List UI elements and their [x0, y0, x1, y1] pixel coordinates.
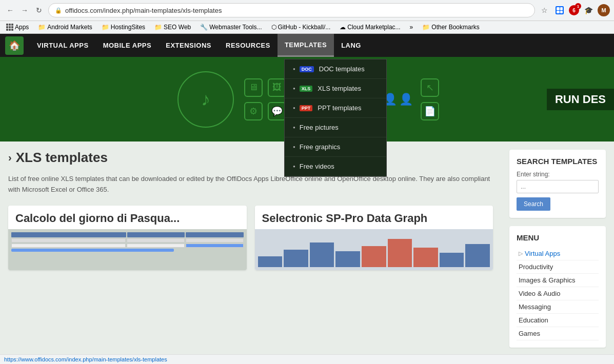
menu-item-label-video: Video & Audio [519, 290, 560, 297]
nav-resources[interactable]: RESOURCES [219, 34, 278, 57]
thumb-progress [11, 249, 174, 252]
nav-lang[interactable]: LANG [334, 34, 368, 57]
template-card-2[interactable]: Selectronic SP-Pro Data Graph [255, 206, 493, 270]
bookmark-label-2: HostingSites [111, 24, 145, 31]
thumb-header-row [11, 232, 244, 237]
bookmark-webmaster[interactable]: 🔧 Webmaster Tools... [198, 23, 264, 32]
graduation-icon[interactable]: 🎓 [582, 4, 595, 16]
menu-item-label-images: Images & Graphics [519, 276, 576, 284]
site-logo[interactable]: 🏠 [5, 36, 24, 55]
menu-item-label-productivity: Productivity [519, 263, 553, 271]
bar-4 [335, 251, 360, 267]
page-description: List of free online XLS templates that c… [8, 174, 493, 195]
bookmark-label: Android Markets [47, 24, 92, 31]
search-title: SEARCH TEMPLATES [517, 157, 599, 166]
refresh-button[interactable]: ↻ [33, 4, 45, 16]
hero-icons-column3: ↖ 📄 [421, 78, 439, 120]
menu-item-games[interactable]: Games [517, 327, 599, 340]
template-card-1[interactable]: Calcolo del giorno di Pasqua... [8, 206, 247, 270]
bookmark-android[interactable]: 📁 Android Markets [36, 23, 94, 32]
cards-grid: Calcolo del giorno di Pasqua... [8, 206, 493, 270]
apps-bookmark[interactable]: Apps [4, 23, 31, 32]
bookmark-other[interactable]: 📁 Other Bookmarks [420, 23, 481, 32]
bar-6 [388, 239, 412, 267]
photo-icon: 🖼 [268, 78, 286, 97]
bookmark-label-6: Cloud Marketplac... [347, 24, 400, 31]
github-icon: ⬡ [271, 24, 276, 31]
bullet-graphics: ● [293, 145, 295, 149]
menu-arrow-icon: ▷ [519, 250, 523, 257]
nav-templates[interactable]: TEMPLATES [278, 34, 334, 57]
menu-item-label-virtual: Virtual Apps [525, 250, 560, 257]
menu-item-education[interactable]: Education [517, 314, 599, 327]
ppt-label: PPT templates [318, 104, 361, 112]
user-avatar[interactable]: M [598, 4, 610, 16]
nav-buttons: ← → ↻ [4, 4, 45, 16]
monitor-icon: 🖥 [244, 78, 263, 97]
free-pictures-label: Free pictures [300, 124, 339, 131]
search-input[interactable] [517, 180, 599, 193]
address-text: offidocs.com/index.php/main-templates/xl… [65, 7, 528, 14]
search-label: Enter string: [517, 171, 599, 178]
nav-extensions[interactable]: EXTENSIONS [159, 34, 219, 57]
bullet-ppt: ● [293, 106, 295, 110]
bullet-videos: ● [293, 164, 295, 169]
nav-mobile-apps[interactable]: MOBILE APPS [96, 34, 159, 57]
dropdown-item-free-videos[interactable]: ● Free videos [285, 157, 386, 176]
toolbar-right: ☆ 6 1 🎓 M [538, 4, 610, 16]
dropdown-item-free-graphics[interactable]: ● Free graphics [285, 137, 386, 157]
menu-title: MENU [517, 233, 599, 242]
bullet-doc: ● [293, 67, 295, 71]
xls-badge: XLS [300, 86, 313, 92]
bookmark-label-other: Other Bookmarks [431, 24, 479, 31]
bar-5 [362, 246, 386, 267]
site-nav: 🏠 VIRTUAL APPS MOBILE APPS EXTENSIONS RE… [0, 34, 614, 57]
dropdown-item-xls[interactable]: ● XLS XLS templates [285, 79, 386, 98]
nav-virtual-apps[interactable]: VIRTUAL APPS [30, 34, 96, 57]
address-bar[interactable]: 🔒 offidocs.com/index.php/main-templates/… [48, 3, 535, 17]
bullet-pictures: ● [293, 125, 295, 130]
document-icon: 📄 [421, 102, 439, 120]
wrench-icon: 🔧 [200, 24, 208, 31]
thumb-content-2 [255, 229, 493, 270]
menu-item-messaging[interactable]: Messaging [517, 300, 599, 314]
dropdown-item-doc[interactable]: ● DOC DOC templates [285, 59, 386, 79]
menu-item-label-messaging: Messaging [519, 303, 551, 311]
menu-item-video[interactable]: Video & Audio [517, 287, 599, 300]
folder-icon: 📁 [38, 24, 46, 31]
menu-item-images[interactable]: Images & Graphics [517, 274, 599, 287]
home-icon: 🏠 [9, 40, 20, 51]
menu-item-label-games: Games [519, 330, 540, 337]
title-arrow: › [8, 152, 12, 164]
dropdown-item-ppt[interactable]: ● PPT PPT templates [285, 98, 386, 118]
forward-button[interactable]: → [18, 4, 31, 16]
bar-8 [440, 253, 464, 267]
ppt-badge: PPT [300, 105, 313, 111]
dropdown-item-free-pictures[interactable]: ● Free pictures [285, 118, 386, 137]
bookmark-label-5: GitHub - Kickball/... [278, 24, 331, 31]
bookmarks-bar: Apps 📁 Android Markets 📁 HostingSites 📁 … [0, 21, 614, 34]
doc-label: DOC templates [319, 65, 365, 73]
apps-grid-icon [6, 24, 13, 31]
bookmark-cloud[interactable]: ☁ Cloud Marketplac... [338, 23, 402, 32]
menu-item-virtual-apps[interactable]: ▷ Virtual Apps [517, 247, 599, 260]
bookmark-label-3: SEO Web [164, 24, 191, 31]
apps-label: Apps [15, 24, 29, 31]
chat-icon: 💬 [268, 102, 286, 120]
ext-badge: 1 [575, 3, 581, 9]
windows-icon[interactable] [553, 4, 566, 16]
card-thumb-2 [255, 229, 493, 270]
bookmarks-more[interactable]: » [408, 23, 415, 32]
templates-dropdown: ● DOC DOC templates ● XLS XLS templates … [284, 59, 387, 177]
run-desktop-text: RUN DES [555, 93, 606, 106]
bookmark-hosting[interactable]: 📁 HostingSites [100, 23, 147, 32]
extension-icon[interactable]: 6 1 [569, 5, 579, 15]
bookmark-github[interactable]: ⬡ GitHub - Kickball/... [269, 23, 333, 32]
menu-item-productivity[interactable]: Productivity [517, 260, 599, 274]
star-icon[interactable]: ☆ [538, 4, 550, 16]
more-icon: » [410, 24, 413, 31]
back-button[interactable]: ← [4, 4, 16, 16]
bar-3 [310, 242, 334, 267]
search-button[interactable]: Search [517, 197, 550, 211]
bookmark-seo[interactable]: 📁 SEO Web [152, 23, 193, 32]
